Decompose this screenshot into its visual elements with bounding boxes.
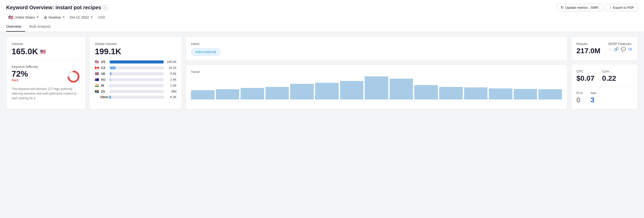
code-au: AU <box>101 78 108 81</box>
volume-value: 165.0K <box>12 47 38 56</box>
results-serp-card: Results 217.0M SERP Features ☆ 🔗 💬 +2 <box>571 37 638 60</box>
update-metrics-label: Update metrics <box>565 6 588 10</box>
intent-label: Intent <box>191 42 562 46</box>
bar-row-uk: 🇬🇧 UK 5.4K <box>95 72 177 76</box>
link-icon[interactable]: 🔗 <box>614 47 619 52</box>
global-volume-label: Global Volume <box>95 42 177 46</box>
code-us: US <box>101 60 108 64</box>
serp-features-block: SERP Features ☆ 🔗 💬 +2 <box>608 42 632 55</box>
country-chevron-icon <box>36 17 39 18</box>
right-column: Results 217.0M SERP Features ☆ 🔗 💬 +2 <box>571 37 638 110</box>
trend-bar-13 <box>489 88 512 99</box>
tab-bulk-analysis[interactable]: Bulk Analysis <box>29 22 54 32</box>
add-keyword-icon[interactable]: + <box>103 5 108 10</box>
bar-track-au <box>110 78 164 81</box>
trend-bar-1 <box>191 90 215 99</box>
code-uk: UK <box>101 72 108 76</box>
flag-us: 🇺🇸 <box>95 60 99 64</box>
device-filter[interactable]: 🖥 Desktop <box>42 14 67 21</box>
val-au: 2.4K <box>166 78 177 81</box>
trend-bar-3 <box>241 88 264 99</box>
currency-label: USD <box>96 14 107 20</box>
pla-value: 0 <box>576 96 583 104</box>
refresh-icon: ↻ <box>561 5 564 10</box>
val-za: 880 <box>166 90 177 93</box>
bar-fill-in <box>110 84 110 87</box>
code-ca: CA <box>101 66 108 70</box>
kd-value: 72% <box>12 70 63 78</box>
trend-card: Trend <box>186 65 567 110</box>
global-volume-value: 199.1K <box>95 47 177 56</box>
val-uk: 5.4K <box>166 72 177 76</box>
update-metrics-button[interactable]: ↻ Update metrics 1/250 <box>557 4 603 11</box>
trend-bar-4 <box>265 87 289 100</box>
cpc-label: CPC <box>576 69 594 73</box>
date-chevron-icon <box>91 17 93 18</box>
kd-description: This keyword will demand 127 high-author… <box>12 87 80 101</box>
code-other: Other <box>100 95 107 99</box>
trend-bar-14 <box>514 89 537 99</box>
trend-bar-5 <box>290 84 314 99</box>
trend-bar-9 <box>390 79 413 99</box>
comment-icon[interactable]: 💬 <box>621 47 626 52</box>
cpc-block: CPC $0.07 <box>576 69 594 83</box>
volume-label: Volume <box>12 42 80 46</box>
bar-fill-za <box>110 90 110 93</box>
intent-badge: Informational <box>191 48 220 56</box>
bar-track-za <box>110 90 164 93</box>
volume-card: Volume 165.0K 🇺🇸 Keyword Difficulty 72% … <box>6 37 86 110</box>
bar-fill-ca <box>110 66 116 69</box>
val-us: 165.0K <box>166 60 177 64</box>
bar-row-za: 🇿🇦 ZA 880 <box>95 89 177 93</box>
bar-row-ca: 🇨🇦 CA 18.1K <box>95 66 177 70</box>
bar-fill-uk <box>110 72 112 75</box>
page-title-prefix: Keyword Overview: <box>6 5 54 11</box>
trend-bar-10 <box>414 85 438 99</box>
trend-chart <box>191 76 562 99</box>
star-icon[interactable]: ☆ <box>608 47 612 52</box>
keyword-name: instant pot recipes <box>56 5 101 11</box>
cpc-com-card: CPC $0.07 Com. 0.22 PLA 0 Ads 3 <box>571 64 638 110</box>
trend-bar-7 <box>340 81 364 99</box>
results-block: Results 217.0M <box>576 42 600 55</box>
flag-au: 🇦🇺 <box>95 78 99 81</box>
kd-label: Keyword Difficulty <box>12 65 80 69</box>
val-in: 1.0K <box>166 84 177 87</box>
serp-more-label[interactable]: +2 <box>628 48 632 51</box>
pla-label: PLA <box>576 91 583 95</box>
trend-bar-11 <box>439 87 463 100</box>
flag-uk: 🇬🇧 <box>95 72 99 76</box>
com-label: Com. <box>602 69 616 73</box>
cpc-value: $0.07 <box>576 74 594 83</box>
bar-track-us <box>110 60 164 63</box>
val-ca: 18.1K <box>166 66 177 70</box>
bar-fill-other <box>109 96 111 99</box>
trend-bar-12 <box>464 87 488 99</box>
code-za: ZA <box>101 90 108 93</box>
flag-za: 🇿🇦 <box>95 89 99 93</box>
date-filter[interactable]: Oct 12, 2022 <box>68 14 95 20</box>
pla-block: PLA 0 <box>576 91 583 104</box>
intent-card: Intent Informational <box>186 37 567 61</box>
trend-bar-2 <box>216 89 240 100</box>
com-value: 0.22 <box>602 74 616 83</box>
ads-block: Ads 3 <box>591 91 596 104</box>
bar-fill-us <box>110 60 164 63</box>
country-filter[interactable]: 🇺🇸 United States <box>6 14 41 21</box>
bar-track-in <box>110 84 164 87</box>
bar-fill-au <box>110 78 111 81</box>
results-label: Results <box>576 42 600 46</box>
trend-label: Trend <box>191 70 562 74</box>
device-chevron-icon <box>63 17 65 18</box>
tab-overview[interactable]: Overview <box>6 22 25 32</box>
intent-trend-column: Intent Informational Trend <box>186 37 567 110</box>
export-pdf-button[interactable]: ↑ Export to PDF <box>606 4 638 11</box>
com-block: Com. 0.22 <box>602 69 616 83</box>
code-in: IN <box>101 84 108 87</box>
country-flag: 🇺🇸 <box>8 15 13 20</box>
bar-row-other: Other 6.3K <box>95 95 177 99</box>
flag-ca: 🇨🇦 <box>95 66 99 70</box>
trend-bar-15 <box>538 89 562 99</box>
ads-value: 3 <box>591 96 596 104</box>
date-label: Oct 12, 2022 <box>70 15 89 19</box>
